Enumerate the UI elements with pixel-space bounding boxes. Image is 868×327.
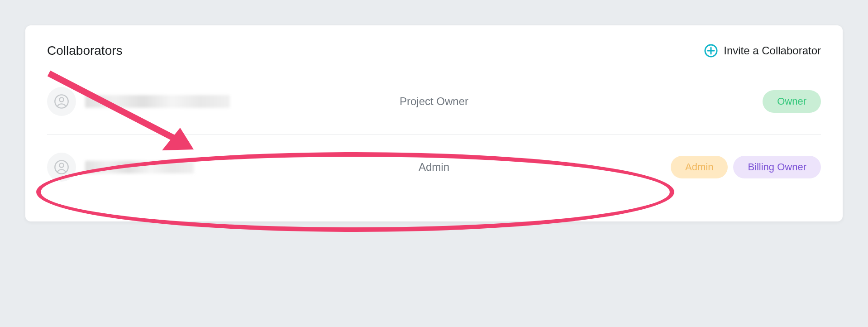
svg-point-4 <box>59 97 63 101</box>
invite-collaborator-button[interactable]: Invite a Collaborator <box>704 43 821 58</box>
collaborators-card: Collaborators Invite a Collaborator <box>25 25 843 221</box>
role-label: Admin <box>419 161 449 173</box>
badges: Admin Billing Owner <box>671 156 821 178</box>
avatar <box>47 87 76 116</box>
avatar <box>47 153 76 182</box>
card-header: Collaborators Invite a Collaborator <box>25 25 843 69</box>
badges: Owner <box>763 90 821 113</box>
invite-label: Invite a Collaborator <box>724 44 821 57</box>
svg-point-6 <box>59 163 63 167</box>
role-label: Project Owner <box>400 95 468 108</box>
collaborator-row[interactable]: Project Owner Owner <box>47 69 821 135</box>
user-icon <box>54 160 69 174</box>
plus-circle-icon <box>704 43 718 58</box>
card-title: Collaborators <box>47 43 123 58</box>
user-icon <box>54 94 69 109</box>
collaborator-row[interactable]: Admin Admin Billing Owner <box>47 135 821 200</box>
owner-badge: Owner <box>763 90 821 113</box>
billing-owner-badge: Billing Owner <box>733 156 821 178</box>
admin-badge: Admin <box>671 156 728 178</box>
collaborators-list: Project Owner Owner Admin Admin Billing … <box>25 69 843 221</box>
collaborator-name-redacted <box>85 95 230 108</box>
collaborator-name-redacted <box>85 161 194 173</box>
